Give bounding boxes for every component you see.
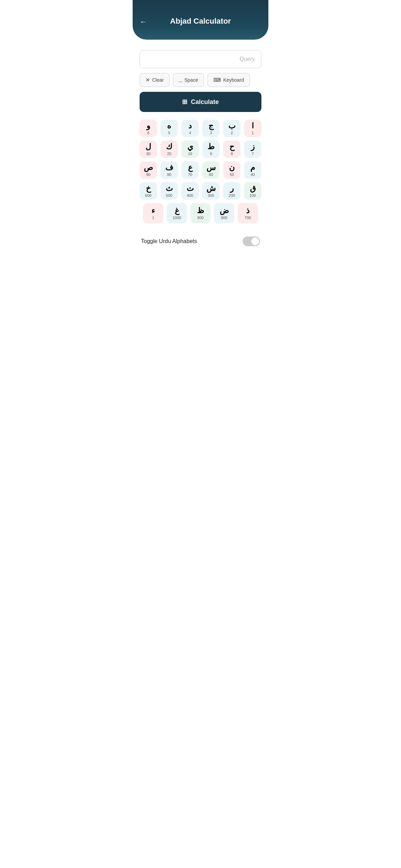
letter-value: 80	[167, 173, 171, 177]
toggle-urdu-alphabets[interactable]	[243, 236, 260, 246]
letter-value: 20	[167, 152, 171, 156]
letter-btn-و[interactable]: و6	[140, 120, 157, 137]
letter-row-4: ء1غ1000ظ900ض800ذ700	[140, 203, 261, 223]
arabic-letter: خ	[146, 185, 151, 192]
letter-btn-ف[interactable]: ف80	[160, 161, 178, 179]
arabic-letter: ب	[228, 122, 236, 130]
arabic-letter: ص	[144, 164, 153, 171]
arabic-letter: ن	[229, 164, 235, 171]
calculate-button[interactable]: ⊞ Calculate	[140, 92, 261, 112]
letter-btn-ز[interactable]: ز7	[244, 140, 261, 158]
letter-btn-ك[interactable]: ك20	[160, 140, 178, 158]
letter-btn-م[interactable]: م40	[244, 161, 261, 179]
letter-value: 6	[147, 131, 149, 135]
clear-icon: ✕	[146, 77, 150, 83]
letter-value: 100	[250, 194, 256, 198]
toggle-label: Toggle Urdu Alphabets	[141, 238, 197, 244]
letter-row-1: ل30ك20ي10ط9ح8ز7	[140, 140, 261, 158]
arabic-letter: غ	[175, 207, 179, 215]
query-input[interactable]	[140, 50, 261, 68]
arabic-letter: ج	[209, 122, 213, 130]
page-title: Abjad Calculator	[140, 17, 261, 26]
arabic-letter: د	[188, 122, 192, 130]
arabic-letter: ل	[146, 143, 151, 151]
letter-btn-ص[interactable]: ص90	[140, 161, 157, 179]
arabic-letter: ه	[167, 122, 171, 130]
letter-value: 800	[221, 216, 227, 220]
arabic-letter: ط	[207, 143, 214, 151]
arabic-letter: ا	[252, 122, 254, 130]
letter-value: 8	[231, 152, 233, 156]
letter-value: 60	[209, 173, 213, 177]
letter-grid: و6ه5د4ج3ب2ا1ل30ك20ي10ط9ح8ز7ص90ف80ع70س60ن…	[140, 120, 261, 223]
letter-value: 90	[146, 173, 150, 177]
letter-btn-ج[interactable]: ج3	[202, 120, 220, 137]
calculate-label: Calculate	[191, 98, 219, 106]
arabic-letter: ر	[230, 185, 234, 192]
arabic-letter: و	[147, 122, 150, 130]
arabic-letter: ش	[206, 185, 216, 192]
letter-btn-ض[interactable]: ض800	[214, 203, 234, 223]
toggle-section: Toggle Urdu Alphabets	[140, 231, 261, 252]
header: ← Abjad Calculator	[133, 0, 268, 40]
letter-btn-ع[interactable]: ع70	[181, 161, 199, 179]
letter-row-2: ص90ف80ع70س60ن50م40	[140, 161, 261, 179]
letter-value: 10	[188, 152, 192, 156]
letter-btn-د[interactable]: د4	[181, 120, 199, 137]
arabic-letter: ف	[165, 164, 173, 171]
back-button[interactable]: ←	[140, 17, 147, 26]
keyboard-label: Keyboard	[223, 77, 244, 83]
letter-btn-ر[interactable]: ر200	[223, 182, 241, 200]
letter-value: 50	[230, 173, 234, 177]
letter-btn-ي[interactable]: ي10	[181, 140, 199, 158]
letter-value: 1	[252, 131, 254, 135]
arabic-letter: ض	[220, 207, 229, 215]
letter-btn-ء[interactable]: ء1	[143, 203, 163, 223]
arabic-letter: ظ	[197, 207, 204, 215]
letter-value: 1000	[173, 216, 181, 220]
arabic-letter: ذ	[246, 207, 250, 215]
letter-value: 700	[245, 216, 251, 220]
clear-button[interactable]: ✕ Clear	[140, 73, 170, 87]
letter-btn-ح[interactable]: ح8	[223, 140, 241, 158]
arabic-letter: ء	[151, 207, 155, 215]
letter-value: 5	[168, 131, 170, 135]
keyboard-icon: ⌨	[213, 77, 221, 83]
letter-btn-ط[interactable]: ط9	[202, 140, 220, 158]
keyboard-button[interactable]: ⌨ Keyboard	[207, 73, 250, 87]
letter-btn-ل[interactable]: ل30	[140, 140, 157, 158]
letter-value: 200	[229, 194, 235, 198]
letter-btn-ه[interactable]: ه5	[160, 120, 178, 137]
letter-value: 2	[231, 131, 233, 135]
main-content: ✕ Clear ⎵ Space ⌨ Keyboard ⊞ Calculate و…	[133, 40, 268, 259]
letter-btn-ق[interactable]: ق100	[244, 182, 261, 200]
letter-btn-خ[interactable]: خ600	[140, 182, 157, 200]
letter-value: 7	[252, 152, 254, 156]
letter-btn-ث[interactable]: ث500	[160, 182, 178, 200]
letter-btn-ن[interactable]: ن50	[223, 161, 241, 179]
letter-value: 900	[197, 216, 204, 220]
letter-row-3: خ600ث500ت400ش300ر200ق100	[140, 182, 261, 200]
arabic-letter: ز	[251, 143, 255, 151]
arabic-letter: ث	[166, 185, 173, 192]
letter-value: 40	[251, 173, 255, 177]
action-buttons: ✕ Clear ⎵ Space ⌨ Keyboard	[140, 73, 261, 87]
letter-btn-ذ[interactable]: ذ700	[238, 203, 258, 223]
letter-value: 9	[210, 152, 212, 156]
letter-value: 4	[189, 131, 191, 135]
space-button[interactable]: ⎵ Space	[173, 73, 204, 87]
letter-btn-ظ[interactable]: ظ900	[190, 203, 211, 223]
arabic-letter: ت	[187, 185, 194, 192]
letter-btn-غ[interactable]: غ1000	[167, 203, 187, 223]
arabic-letter: ك	[166, 143, 172, 151]
arabic-letter: ع	[188, 164, 192, 171]
letter-btn-ت[interactable]: ت400	[181, 182, 199, 200]
letter-value: 30	[146, 152, 150, 156]
letter-value: 600	[145, 194, 151, 198]
letter-value: 500	[166, 194, 172, 198]
letter-btn-س[interactable]: س60	[202, 161, 220, 179]
letter-btn-ش[interactable]: ش300	[202, 182, 220, 200]
letter-btn-ب[interactable]: ب2	[223, 120, 241, 137]
letter-btn-ا[interactable]: ا1	[244, 120, 261, 137]
clear-label: Clear	[152, 77, 164, 83]
